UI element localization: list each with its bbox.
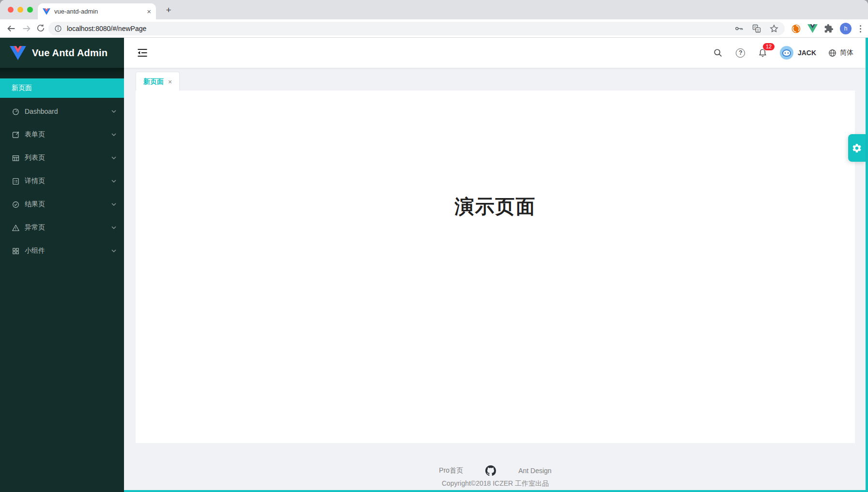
vue-logo-icon	[10, 46, 26, 60]
orange-extension-icon[interactable]	[791, 24, 801, 34]
sidebar-item-widgets[interactable]: 小组件	[0, 241, 124, 261]
chevron-down-icon	[111, 226, 116, 229]
check-circle-icon	[12, 200, 20, 209]
settings-drawer-button[interactable]	[848, 134, 866, 162]
user-avatar	[780, 46, 793, 60]
reload-icon[interactable]	[36, 23, 46, 34]
minimize-window-button[interactable]	[17, 7, 23, 13]
language-selector[interactable]: 简体	[828, 48, 853, 58]
sidebar-item-new-page[interactable]: 新页面	[0, 78, 124, 98]
table-icon	[12, 154, 20, 162]
browser-tab[interactable]: vue-antd-admin ×	[38, 3, 156, 19]
profile-icon	[12, 177, 20, 185]
menu-top-shadow	[0, 68, 124, 78]
form-icon	[12, 131, 20, 139]
app-title: Vue Antd Admin	[32, 47, 108, 59]
browser-tab-title: vue-antd-admin	[54, 8, 143, 15]
globe-icon	[828, 48, 837, 58]
bookmark-star-icon[interactable]	[769, 24, 779, 33]
sidebar-item-form[interactable]: 表单页	[0, 125, 124, 144]
menu-fold-icon[interactable]	[137, 47, 148, 59]
browser-menu-icon[interactable]	[858, 25, 863, 32]
password-key-icon[interactable]	[734, 24, 744, 33]
browser-toolbar: localhost:8080/#/newPage G 文	[0, 19, 868, 38]
forward-icon[interactable]	[21, 23, 32, 34]
svg-text:文: 文	[757, 29, 760, 32]
chevron-down-icon	[111, 110, 116, 113]
footer-link-pro-home[interactable]: Pro首页	[439, 466, 463, 475]
chevron-down-icon	[111, 203, 116, 206]
copyright-text: Copyright©2018 ICZER 工作室出品	[136, 479, 855, 488]
extensions-puzzle-icon[interactable]	[824, 24, 834, 33]
sidebar-item-result[interactable]: 结果页	[0, 195, 124, 214]
close-window-button[interactable]	[8, 7, 14, 13]
favicon-vue-icon	[43, 8, 50, 15]
zoom-window-button[interactable]	[27, 7, 33, 13]
sidebar-item-exception[interactable]: 异常页	[0, 218, 124, 237]
page-tab-new-page[interactable]: 新页面 ×	[136, 72, 180, 91]
page-tabbar: 新页面 ×	[124, 68, 868, 91]
notification-badge: 12	[763, 43, 775, 50]
vue-devtools-icon[interactable]	[807, 24, 818, 33]
theme-edge-bottom	[124, 490, 868, 492]
page-title: 演示页面	[136, 193, 855, 220]
theme-edge-right	[866, 38, 868, 492]
content-card: 演示页面	[136, 91, 855, 443]
traffic-lights	[8, 7, 33, 13]
chevron-down-icon	[111, 180, 116, 183]
browser-window: vue-antd-admin × + loc	[0, 0, 868, 492]
sidebar-menu: 新页面 Dashboard 表单页 列表页	[0, 78, 124, 261]
language-label: 简体	[840, 48, 853, 57]
new-tab-button[interactable]: +	[163, 4, 174, 16]
back-icon[interactable]	[6, 23, 16, 34]
chevron-down-icon	[111, 156, 116, 159]
sidebar-item-list[interactable]: 列表页	[0, 148, 124, 168]
sidebar-item-detail[interactable]: 详情页	[0, 171, 124, 191]
dashboard-icon	[12, 108, 20, 116]
username: JACK	[798, 49, 816, 57]
github-icon[interactable]	[485, 465, 496, 476]
notification-bell-icon[interactable]: 12	[758, 47, 768, 58]
sidebar-logo[interactable]: Vue Antd Admin	[0, 38, 124, 68]
sidebar: Vue Antd Admin 新页面 Dashboard 表单页	[0, 38, 124, 492]
block-icon	[12, 247, 20, 255]
user-menu[interactable]: JACK	[780, 46, 816, 60]
help-icon[interactable]: ?	[735, 47, 746, 58]
footer-link-ant-design[interactable]: Ant Design	[518, 467, 551, 475]
browser-profile-avatar[interactable]: h	[840, 23, 852, 34]
chevron-down-icon	[111, 249, 116, 252]
url-text[interactable]: localhost:8080/#/newPage	[67, 25, 729, 32]
gear-icon	[852, 143, 862, 154]
browser-tabstrip: vue-antd-admin × +	[0, 0, 868, 19]
sidebar-item-dashboard[interactable]: Dashboard	[0, 102, 124, 121]
warning-triangle-icon	[12, 224, 20, 232]
main-area: 新页面 × 演示页面 Pro首页 Ant Design Copyright©20…	[124, 68, 868, 492]
chevron-down-icon	[111, 133, 116, 136]
app-header: ? 12 JACK 简体	[124, 38, 868, 68]
search-icon[interactable]	[713, 47, 724, 58]
site-info-icon[interactable]	[54, 25, 62, 32]
tab-close-icon[interactable]: ×	[168, 78, 172, 86]
translate-icon[interactable]: G 文	[752, 24, 761, 33]
tab-close-icon[interactable]: ×	[147, 8, 151, 15]
page-footer: Pro首页 Ant Design Copyright©2018 ICZER 工作…	[136, 443, 855, 490]
extension-row: h	[791, 19, 863, 38]
url-bar[interactable]: localhost:8080/#/newPage G 文	[48, 22, 785, 35]
